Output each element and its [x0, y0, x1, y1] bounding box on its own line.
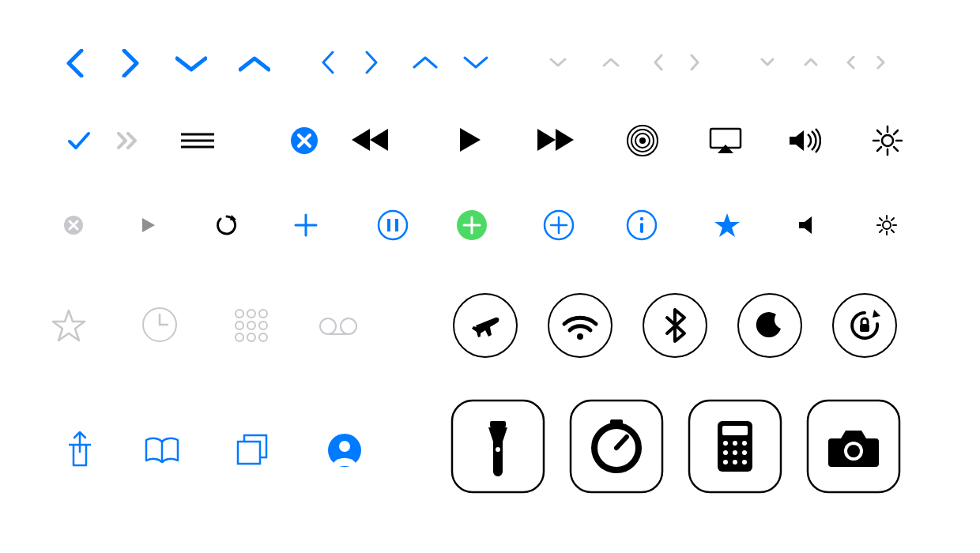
svg-line-23: [877, 130, 881, 134]
svg-line-24: [894, 147, 898, 151]
plus-circle-icon[interactable]: [541, 208, 576, 243]
svg-line-53: [880, 218, 882, 220]
volume-mute-icon[interactable]: [794, 212, 821, 239]
list-icon[interactable]: [178, 129, 217, 152]
svg-rect-87: [490, 421, 506, 427]
chevron-up-icon[interactable]: [409, 53, 441, 72]
chevron-down-icon[interactable]: [172, 52, 211, 76]
share-icon[interactable]: [60, 427, 100, 471]
svg-point-66: [247, 333, 255, 341]
keypad-icon[interactable]: [232, 307, 271, 344]
svg-marker-57: [53, 310, 85, 340]
chevron-right-icon[interactable]: [876, 54, 887, 71]
chevron-left-icon[interactable]: [651, 52, 665, 73]
svg-point-88: [496, 447, 500, 452]
play-small-icon[interactable]: [138, 215, 159, 235]
svg-rect-78: [860, 324, 869, 332]
svg-point-60: [247, 310, 255, 318]
svg-marker-6: [370, 129, 388, 151]
close-filled-icon[interactable]: [288, 125, 320, 156]
svg-marker-46: [714, 213, 740, 237]
svg-point-98: [742, 441, 747, 446]
checkmark-icon: [63, 126, 95, 155]
fast-forward-icon[interactable]: [533, 125, 578, 155]
play-icon[interactable]: [454, 125, 486, 155]
svg-marker-16: [718, 145, 733, 153]
book-icon[interactable]: [141, 433, 183, 468]
svg-marker-30: [142, 218, 155, 232]
star-outline-icon[interactable]: [49, 307, 89, 344]
svg-line-55: [891, 218, 894, 220]
do-not-disturb-icon[interactable]: [735, 291, 805, 360]
svg-marker-77: [873, 310, 880, 318]
chevron-left-icon[interactable]: [316, 49, 340, 76]
star-filled-icon[interactable]: [711, 209, 743, 241]
svg-line-26: [877, 147, 881, 151]
timer-icon[interactable]: [569, 399, 664, 494]
chevron-down-icon[interactable]: [548, 55, 568, 70]
camera-icon[interactable]: [806, 399, 901, 494]
chevron-down-icon[interactable]: [759, 57, 776, 68]
svg-point-68: [320, 318, 336, 334]
svg-point-48: [883, 221, 891, 229]
flashlight-icon[interactable]: [450, 399, 545, 494]
svg-point-103: [733, 460, 737, 465]
chevron-up-icon[interactable]: [802, 57, 820, 68]
svg-point-59: [236, 310, 243, 318]
svg-marker-47: [799, 216, 812, 234]
svg-marker-31: [230, 215, 236, 220]
chevron-right-icon[interactable]: [360, 49, 383, 76]
tabs-icon[interactable]: [232, 430, 272, 469]
airdrop-icon[interactable]: [624, 122, 661, 159]
close-icon[interactable]: [62, 213, 85, 237]
svg-point-44: [640, 217, 643, 220]
svg-marker-17: [790, 130, 804, 151]
contact-icon[interactable]: [326, 431, 364, 469]
svg-point-73: [577, 333, 583, 340]
svg-point-65: [236, 333, 243, 341]
wifi-icon[interactable]: [545, 291, 615, 360]
svg-point-97: [733, 441, 737, 446]
svg-line-54: [891, 230, 894, 232]
svg-rect-45: [640, 223, 643, 233]
svg-point-96: [723, 441, 728, 446]
svg-point-34: [379, 211, 407, 239]
pause-circle-icon[interactable]: [375, 208, 410, 243]
svg-marker-7: [352, 129, 370, 151]
svg-point-62: [236, 322, 243, 329]
svg-marker-8: [460, 128, 481, 152]
voicemail-icon[interactable]: [316, 314, 360, 338]
plus-circle-filled-icon[interactable]: [454, 208, 489, 243]
svg-point-69: [341, 318, 356, 334]
svg-point-99: [723, 450, 728, 455]
airplay-icon[interactable]: [707, 125, 744, 156]
svg-rect-95: [722, 426, 748, 435]
brightness-small-icon[interactable]: [873, 212, 900, 239]
svg-line-25: [894, 130, 898, 134]
svg-point-63: [247, 322, 255, 329]
double-chevron-right-icon[interactable]: [115, 129, 143, 152]
chevron-down-icon[interactable]: [460, 53, 492, 72]
info-icon[interactable]: [624, 208, 659, 243]
svg-point-100: [733, 450, 737, 455]
brightness-icon[interactable]: [869, 122, 906, 159]
svg-marker-9: [537, 129, 556, 151]
bluetooth-icon[interactable]: [640, 291, 710, 360]
chevron-left-icon[interactable]: [846, 54, 857, 71]
rotation-lock-icon[interactable]: [830, 291, 899, 360]
clock-icon[interactable]: [140, 305, 179, 344]
svg-point-61: [259, 310, 267, 318]
chevron-right-icon[interactable]: [688, 52, 702, 73]
rewind-icon[interactable]: [348, 125, 392, 155]
plus-icon[interactable]: [292, 212, 319, 239]
chevron-right-icon[interactable]: [115, 47, 146, 79]
chevron-left-icon[interactable]: [59, 47, 91, 79]
airplane-mode-icon[interactable]: [450, 291, 520, 360]
calculator-icon[interactable]: [688, 399, 782, 494]
volume-high-icon[interactable]: [786, 125, 823, 156]
chevron-up-icon[interactable]: [601, 55, 621, 70]
svg-point-107: [847, 445, 860, 457]
svg-rect-35: [387, 219, 390, 231]
chevron-up-icon[interactable]: [235, 52, 274, 76]
refresh-icon[interactable]: [213, 212, 240, 239]
